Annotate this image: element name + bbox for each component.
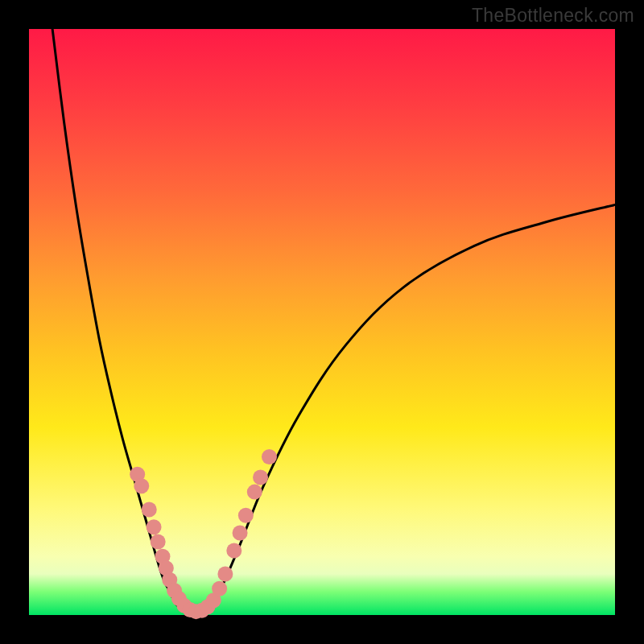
watermark-text: TheBottleneck.com: [472, 5, 634, 27]
chart-frame: TheBottleneck.com: [0, 0, 644, 644]
curve-marker: [212, 581, 227, 597]
curve-marker: [217, 567, 233, 582]
bottleneck-curve-path: [52, 29, 615, 613]
curve-marker: [151, 535, 166, 550]
curve-marker: [147, 519, 162, 535]
curve-marker: [233, 526, 248, 541]
curve-marker: [134, 478, 149, 493]
curve-marker: [142, 502, 157, 517]
bottleneck-curve: [52, 29, 615, 613]
curve-layer: [29, 29, 615, 615]
curve-marker: [253, 469, 268, 485]
plot-area: [29, 29, 615, 615]
curve-marker: [262, 449, 277, 464]
curve-marker: [226, 543, 242, 558]
curve-marker: [238, 508, 254, 523]
curve-marker: [247, 485, 262, 500]
curve-markers: [130, 449, 277, 619]
